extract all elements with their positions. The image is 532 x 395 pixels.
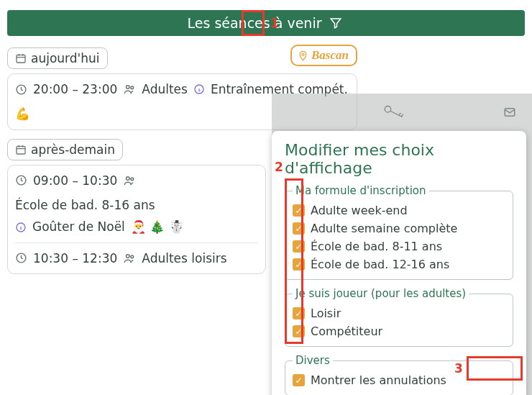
option-group: Je suis joueur (pour les adultes)✓Loisir… <box>285 287 513 347</box>
day-chip-today[interactable]: aujourd'hui <box>7 47 108 69</box>
day-chip-after-tomorrow[interactable]: après-demain <box>7 139 123 160</box>
checkbox-icon[interactable]: ✓ <box>293 240 305 253</box>
session-emoji: 💪 <box>15 104 30 123</box>
info-icon <box>15 222 27 233</box>
ghost-topbar <box>272 94 532 131</box>
clock-icon <box>15 174 27 186</box>
option-row[interactable]: ✓École de bad. 12-16 ans <box>293 255 505 273</box>
session-card[interactable]: 09:00 – 10:30 École de bad. 8-16 ans Goû… <box>7 165 266 274</box>
people-icon <box>123 252 136 265</box>
day-label: après-demain <box>31 142 115 157</box>
group-legend: Ma formule d'inscription <box>293 184 429 197</box>
option-label: École de bad. 8-11 ans <box>311 240 442 253</box>
option-group: Divers✓Montrer les annulations <box>285 354 513 395</box>
svg-point-14 <box>385 106 391 113</box>
option-row[interactable]: ✓Loisir <box>293 304 505 322</box>
sessions-banner: Les séances à venir <box>7 10 525 36</box>
option-row[interactable]: ✓Adulte week-end <box>293 201 505 219</box>
location-chip[interactable]: Bascan <box>290 45 357 66</box>
svg-point-8 <box>127 177 130 181</box>
session-info: Goûter de Noël <box>32 217 125 236</box>
location-name: Bascan <box>311 48 349 63</box>
option-label: Compétiteur <box>311 324 382 338</box>
highlight-1-label: 1 <box>270 16 279 30</box>
filter-button[interactable] <box>327 14 344 32</box>
clock-icon <box>15 83 27 96</box>
option-label: Loisir <box>311 307 341 320</box>
svg-rect-0 <box>17 55 25 63</box>
calendar-icon <box>15 53 27 64</box>
modal-title: Modifier mes choix d'affichage <box>285 141 513 177</box>
option-label: Adulte week-end <box>311 204 408 217</box>
session-audience: École de bad. 8-16 ans <box>15 196 155 214</box>
svg-point-13 <box>131 255 134 258</box>
highlight-3-label: 3 <box>454 361 463 376</box>
banner-title: Les séances à venir <box>188 15 322 31</box>
svg-point-12 <box>127 255 130 258</box>
pin-icon <box>298 50 308 61</box>
calendar-icon <box>15 144 27 155</box>
mail-icon[interactable] <box>502 106 518 119</box>
checkbox-icon[interactable]: ✓ <box>293 374 305 386</box>
svg-point-4 <box>131 86 134 89</box>
clock-icon <box>15 252 27 264</box>
checkbox-icon[interactable]: ✓ <box>293 222 305 235</box>
session-audience: Adultes <box>142 80 188 99</box>
session-time: 09:00 – 10:30 <box>33 171 117 190</box>
option-row[interactable]: ✓Adulte semaine complète <box>293 219 505 237</box>
option-group: Ma formule d'inscription✓Adulte week-end… <box>285 184 513 280</box>
highlight-2-label: 2 <box>275 160 283 174</box>
session-emoji: 🎅 🎄 ☃️ <box>131 217 184 236</box>
option-label: Montrer les annulations <box>311 373 446 387</box>
option-label: Adulte semaine complète <box>311 222 457 235</box>
checkbox-icon[interactable]: ✓ <box>293 325 305 337</box>
checkbox-icon[interactable]: ✓ <box>293 258 305 271</box>
option-row[interactable]: ✓Compétiteur <box>293 322 505 340</box>
svg-point-3 <box>127 86 130 89</box>
info-icon <box>193 83 205 95</box>
option-label: École de bad. 12-16 ans <box>311 258 449 271</box>
option-row[interactable]: ✓École de bad. 8-11 ans <box>293 237 505 255</box>
checkbox-icon[interactable]: ✓ <box>293 307 305 319</box>
svg-point-9 <box>131 178 134 181</box>
people-icon <box>123 174 136 187</box>
svg-point-1 <box>302 53 304 55</box>
group-legend: Divers <box>293 354 333 367</box>
group-legend: Je suis joueur (pour les adultes) <box>293 287 469 300</box>
checkbox-icon[interactable]: ✓ <box>293 204 305 217</box>
session-audience: Adultes loisirs <box>142 249 226 268</box>
svg-rect-6 <box>17 146 25 154</box>
keys-icon <box>382 103 406 122</box>
day-label: aujourd'hui <box>31 51 100 65</box>
session-time: 10:30 – 12:30 <box>33 249 117 268</box>
funnel-icon <box>329 17 342 29</box>
display-options-modal: Modifier mes choix d'affichage Ma formul… <box>272 131 526 395</box>
session-time: 20:00 – 23:00 <box>33 80 117 99</box>
people-icon <box>123 83 136 96</box>
option-row[interactable]: ✓Montrer les annulations <box>293 371 505 389</box>
